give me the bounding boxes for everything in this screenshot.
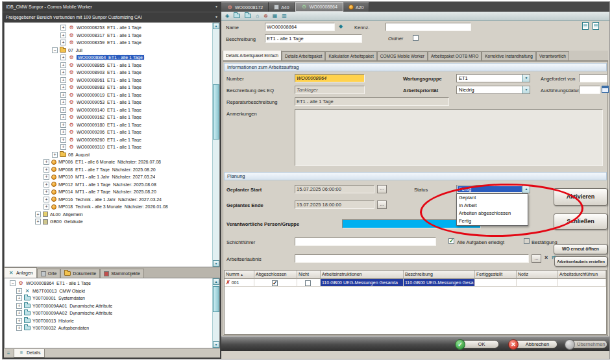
tree-item[interactable]: +⚙WO00009162 ET1 - alle 1 Tage: [5, 114, 212, 121]
ordner-checkbox[interactable]: [413, 35, 419, 41]
column-header[interactable]: Numm ▲: [225, 271, 254, 279]
arbeitserlaubnis-erstellen-button[interactable]: Arbeitserlaubnis erstellen: [554, 256, 607, 267]
scroll-up-icon[interactable]: ▲: [213, 23, 219, 29]
collapse-icon[interactable]: −: [10, 280, 16, 286]
uebernehmen-button[interactable]: Übernehmen: [570, 340, 607, 348]
table-cell[interactable]: [254, 279, 297, 287]
tree-item[interactable]: +⚙WO00009180 ET1 - alle 1 Tage: [5, 121, 212, 129]
diamond-icon[interactable]: ◆: [337, 23, 344, 29]
status-combo[interactable]: Fertig ▲: [456, 185, 530, 193]
expand-icon[interactable]: +: [35, 219, 41, 224]
aktivieren-button[interactable]: Aktivieren: [554, 188, 607, 206]
expand-icon[interactable]: +: [16, 288, 22, 294]
nicht-checkbox[interactable]: [305, 280, 311, 286]
status-option[interactable]: Fertig: [457, 217, 528, 225]
tree-item[interactable]: +MP012 MT1 - alle 1 Tage Nächster: 2025.…: [5, 181, 212, 189]
tree-scrollbar[interactable]: ▲ ▼: [212, 23, 219, 267]
expand-icon[interactable]: +: [43, 174, 49, 180]
tab-details-arbeitspaket[interactable]: Details Arbeitspaket: [282, 51, 325, 60]
document-tab-wo00008172[interactable]: ⚙WO00008172: [221, 2, 269, 12]
status-option[interactable]: Geplant: [457, 194, 528, 202]
expand-icon[interactable]: +: [16, 295, 22, 301]
tree-item[interactable]: +⚙WO00009206 ET1 - alle 1 Tage: [5, 128, 212, 136]
anmerkungen-textarea[interactable]: [295, 109, 603, 166]
status-option[interactable]: Arbeiten abgeschlossen: [457, 210, 528, 217]
expand-icon[interactable]: +: [43, 189, 49, 195]
tree-item[interactable]: +MP010 MT1 - alle 1 Jahr Nächster: 2027.…: [5, 173, 212, 181]
document-tab-wo00008864[interactable]: ⚙WO00008864: [295, 2, 343, 12]
schicht-field[interactable]: [295, 237, 436, 246]
expand-icon[interactable]: +: [16, 310, 22, 316]
expand-icon[interactable]: +: [60, 69, 66, 75]
tree-item[interactable]: +MP008 ET1 - alle 7 Tage Nächster: 2025.…: [5, 166, 212, 174]
prioritaet-combo[interactable]: Niedrig ▼: [456, 86, 530, 94]
expand-icon[interactable]: +: [16, 318, 22, 324]
expand-icon[interactable]: +: [43, 197, 49, 202]
delete-icon[interactable]: ⊗: [263, 12, 268, 20]
tab-anlagen[interactable]: ✕Anlagen: [4, 267, 37, 278]
tree-item[interactable]: +⚙WO00008317 ET1 - alle 1 Tage: [5, 32, 212, 40]
expand-icon[interactable]: +: [16, 303, 22, 309]
scrollbar-thumb[interactable]: [213, 286, 219, 312]
table-cell[interactable]: 110.GB00 UEG-Messungen Gesamta: [321, 279, 404, 287]
folder-up-icon[interactable]: [234, 14, 240, 18]
table-cell[interactable]: ✗ 001: [225, 279, 254, 287]
scroll-down-icon[interactable]: ▼: [213, 341, 219, 348]
column-header[interactable]: Notiz: [517, 271, 558, 279]
column-header[interactable]: Nicht: [297, 271, 321, 279]
status-option[interactable]: In Arbeit: [457, 202, 528, 210]
column-header[interactable]: Beschreibung: [404, 271, 475, 279]
expand-icon[interactable]: +: [60, 114, 66, 120]
edit-document-icon[interactable]: [582, 22, 589, 30]
tab-details-arbeitspaket-einfach[interactable]: Details Arbeitspaket Einfach: [223, 51, 282, 60]
expand-icon[interactable]: +: [16, 325, 22, 331]
tree-item[interactable]: +Y00T00009AA02 Dynamische Attribute: [5, 309, 212, 317]
tree-item[interactable]: +Y00T00032 Aufgabendaten: [5, 324, 212, 332]
chevron-down-icon[interactable]: ▼: [522, 75, 530, 82]
expand-icon[interactable]: +: [43, 182, 49, 188]
scroll-up-icon[interactable]: ▲: [213, 278, 219, 285]
expand-icon[interactable]: +: [60, 107, 66, 113]
expand-icon[interactable]: +: [60, 55, 66, 60]
scrollbar-thumb[interactable]: [213, 84, 219, 140]
tree-item[interactable]: +AL00 Allgemein: [5, 211, 212, 219]
document-tab-a20[interactable]: A20: [343, 2, 369, 12]
tree-item[interactable]: +⚙WO00008253 ET1 - alle 1 Tage: [5, 24, 212, 32]
tree-item[interactable]: +Y00T00001 Systemdaten: [5, 295, 212, 302]
area-selector[interactable]: Freigegebener Bereich verbunden mit 100 …: [3, 12, 221, 22]
tree-item[interactable]: +⚙WO00008864 ET1 - alle 1 Tage: [5, 54, 212, 62]
tree-item[interactable]: +⚙WO00009310 ET1 - alle 1 Tage: [5, 143, 212, 151]
bestaetigung-checkbox[interactable]: [524, 238, 530, 244]
erlaubnis-more-button[interactable]: ...: [532, 254, 541, 263]
chevron-down-icon[interactable]: ▼: [215, 12, 218, 22]
aufgaben-checkbox[interactable]: [448, 238, 454, 244]
tab-verantwortlich[interactable]: Verantwortlich: [536, 51, 569, 60]
tab-korrektive-instandhaltung[interactable]: Korrektive Instandhaltung: [482, 51, 536, 60]
tree-item[interactable]: +Y00T00009AA01 Dynamische Attribute: [5, 302, 212, 310]
tree-item[interactable]: +⚙WO00009053 ET1 - alle 1 Tage: [5, 99, 212, 106]
column-header[interactable]: Arbeitsinstruktionen: [321, 271, 404, 279]
tree-item[interactable]: +⚙WO00008983 ET1 - alle 1 Tage: [5, 84, 212, 91]
number-field[interactable]: WO00008864: [295, 74, 365, 82]
ausfuehrung-input[interactable]: [579, 86, 600, 94]
expand-icon[interactable]: +: [60, 92, 66, 98]
name-input[interactable]: WO00008864: [265, 23, 335, 31]
tab-comos-mobile-worker[interactable]: COMOS Mobile Worker: [377, 51, 428, 60]
document-tab-a40[interactable]: A40: [269, 2, 295, 12]
column-header[interactable]: Abgeschlossen: [254, 271, 297, 279]
document-icon[interactable]: [593, 22, 599, 30]
tab-stammobjekte[interactable]: Stammobjekte: [100, 269, 144, 278]
collapse-icon[interactable]: −: [52, 47, 58, 53]
tab-details[interactable]: ≡ Details: [14, 349, 45, 358]
expand-icon[interactable]: +: [60, 129, 66, 135]
expand-icon[interactable]: +: [60, 62, 66, 68]
clear-icon[interactable]: ×: [545, 254, 548, 261]
tree-item[interactable]: +MP014 MT1 - alle 7 Tage Nächster: 2025.…: [5, 188, 212, 196]
expand-icon[interactable]: +: [43, 159, 49, 165]
expand-icon[interactable]: +: [60, 32, 66, 38]
table-cell[interactable]: [297, 279, 321, 287]
ok-button[interactable]: ✓ OK: [460, 340, 499, 348]
chevron-down-icon[interactable]: ▼: [215, 2, 218, 12]
kennz-input[interactable]: [386, 23, 471, 31]
tree-item[interactable]: +✕M67T00013 CMW Objekt: [5, 287, 212, 295]
